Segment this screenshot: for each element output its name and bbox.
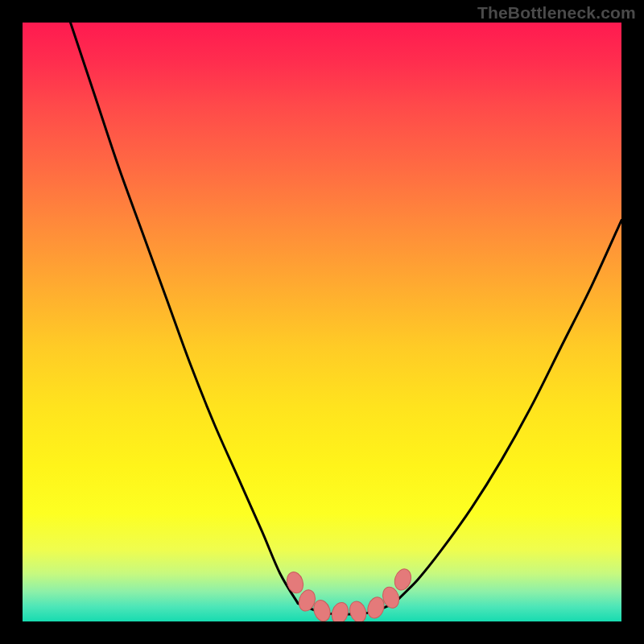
plot-area: [23, 23, 621, 621]
outer-frame: TheBottleneck.com: [0, 0, 644, 644]
watermark-brand: TheBottleneck.com: [477, 3, 636, 23]
valley-marker: [347, 599, 369, 621]
bottleneck-curve-svg: [23, 23, 621, 621]
curve-right-branch: [394, 221, 621, 604]
curve-left-branch: [71, 23, 299, 604]
valley-marker: [329, 601, 351, 621]
valley-marker: [284, 570, 306, 595]
